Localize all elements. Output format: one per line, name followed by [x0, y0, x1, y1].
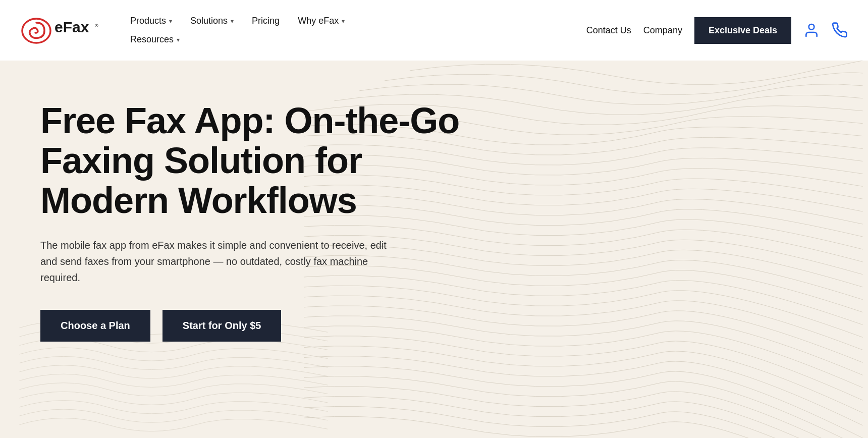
svg-point-3: [809, 24, 815, 30]
logo[interactable]: eFax ®: [20, 13, 101, 48]
resources-chevron-icon: ▾: [177, 36, 180, 43]
why-efax-chevron-icon: ▾: [342, 18, 345, 25]
nav-pricing[interactable]: Pricing: [243, 12, 289, 30]
header: eFax ® Products ▾ Solutions ▾ Pricing W: [0, 0, 868, 61]
nav-products[interactable]: Products ▾: [121, 12, 181, 30]
user-icon[interactable]: [803, 22, 820, 38]
header-right: Contact Us Company Exclusive Deals: [586, 17, 848, 44]
nav-rows: Products ▾ Solutions ▾ Pricing Why eFax …: [121, 12, 354, 49]
solutions-chevron-icon: ▾: [231, 18, 234, 25]
nav-row-bottom: Resources ▾: [121, 30, 354, 49]
nav-row-top: Products ▾ Solutions ▾ Pricing Why eFax …: [121, 12, 354, 30]
svg-text:eFax: eFax: [55, 19, 89, 35]
choose-plan-button[interactable]: Choose a Plan: [40, 310, 150, 342]
exclusive-deals-button[interactable]: Exclusive Deals: [694, 17, 791, 44]
hero-section: Free Fax App: On-the-Go Faxing Solution …: [0, 61, 868, 438]
nav-resources[interactable]: Resources ▾: [121, 30, 189, 49]
hero-buttons: Choose a Plan Start for Only $5: [40, 310, 495, 342]
hero-title: Free Fax App: On-the-Go Faxing Solution …: [40, 101, 495, 221]
start-for-only-button[interactable]: Start for Only $5: [162, 310, 282, 342]
phone-icon[interactable]: [832, 22, 848, 38]
hero-subtitle: The mobile fax app from eFax makes it si…: [40, 237, 394, 286]
svg-text:®: ®: [95, 23, 98, 28]
nav-solutions[interactable]: Solutions ▾: [181, 12, 243, 30]
contact-us-link[interactable]: Contact Us: [586, 25, 631, 36]
products-chevron-icon: ▾: [169, 18, 172, 25]
header-left: eFax ® Products ▾ Solutions ▾ Pricing W: [20, 12, 354, 49]
nav-why-efax[interactable]: Why eFax ▾: [289, 12, 354, 30]
hero-content: Free Fax App: On-the-Go Faxing Solution …: [40, 101, 495, 342]
company-link[interactable]: Company: [643, 25, 682, 36]
